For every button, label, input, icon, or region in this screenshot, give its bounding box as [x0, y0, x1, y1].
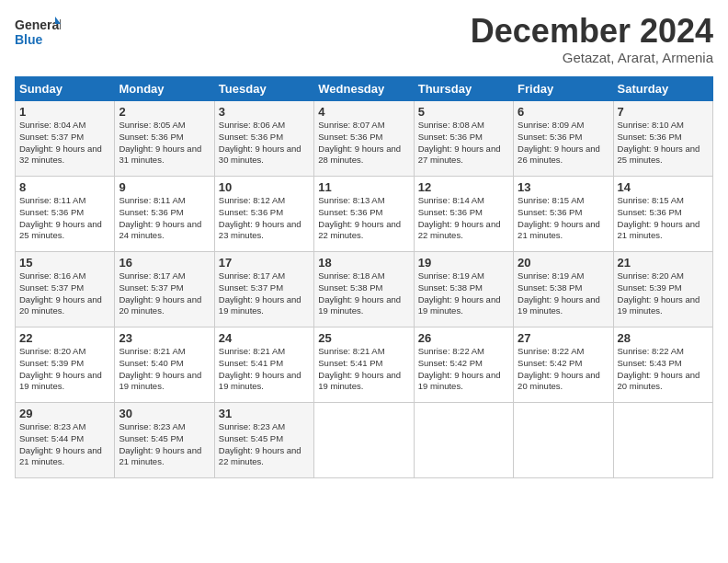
table-row: 1Sunrise: 8:04 AMSunset: 5:37 PMDaylight… — [16, 101, 713, 177]
day-info: Sunrise: 8:18 AMSunset: 5:38 PMDaylight:… — [318, 270, 409, 317]
day-number: 13 — [518, 180, 609, 194]
day-number: 19 — [418, 256, 509, 270]
table-cell: 12Sunrise: 8:14 AMSunset: 5:36 PMDayligh… — [414, 177, 513, 252]
day-info: Sunrise: 8:11 AMSunset: 5:36 PMDaylight:… — [119, 195, 210, 242]
col-friday: Friday — [514, 77, 613, 101]
table-cell: 19Sunrise: 8:19 AMSunset: 5:38 PMDayligh… — [414, 252, 513, 327]
day-info: Sunrise: 8:20 AMSunset: 5:39 PMDaylight:… — [19, 346, 110, 393]
svg-text:General: General — [15, 17, 61, 32]
table-cell: 5Sunrise: 8:08 AMSunset: 5:36 PMDaylight… — [414, 101, 513, 177]
day-info: Sunrise: 8:05 AMSunset: 5:36 PMDaylight:… — [119, 120, 210, 167]
day-number: 25 — [318, 331, 409, 345]
day-info: Sunrise: 8:19 AMSunset: 5:38 PMDaylight:… — [418, 270, 509, 317]
table-cell — [314, 403, 414, 478]
day-number: 2 — [119, 105, 210, 119]
logo-svg: General Blue — [15, 15, 61, 53]
day-number: 12 — [418, 180, 509, 194]
table-cell: 28Sunrise: 8:22 AMSunset: 5:43 PMDayligh… — [613, 327, 712, 403]
day-info: Sunrise: 8:15 AMSunset: 5:36 PMDaylight:… — [618, 195, 709, 242]
day-info: Sunrise: 8:11 AMSunset: 5:36 PMDaylight:… — [19, 195, 110, 242]
day-info: Sunrise: 8:22 AMSunset: 5:43 PMDaylight:… — [618, 346, 709, 393]
table-cell — [514, 403, 613, 478]
day-info: Sunrise: 8:07 AMSunset: 5:36 PMDaylight:… — [318, 120, 409, 167]
table-row: 8Sunrise: 8:11 AMSunset: 5:36 PMDaylight… — [16, 177, 713, 252]
table-cell: 11Sunrise: 8:13 AMSunset: 5:36 PMDayligh… — [314, 177, 414, 252]
table-cell: 20Sunrise: 8:19 AMSunset: 5:38 PMDayligh… — [514, 252, 613, 327]
day-number: 8 — [19, 180, 110, 194]
table-cell — [414, 403, 513, 478]
table-cell: 23Sunrise: 8:21 AMSunset: 5:40 PMDayligh… — [115, 327, 214, 403]
table-row: 22Sunrise: 8:20 AMSunset: 5:39 PMDayligh… — [16, 327, 713, 403]
table-cell: 6Sunrise: 8:09 AMSunset: 5:36 PMDaylight… — [514, 101, 613, 177]
day-number: 20 — [518, 256, 609, 270]
day-number: 28 — [618, 331, 709, 345]
day-info: Sunrise: 8:15 AMSunset: 5:36 PMDaylight:… — [518, 195, 609, 242]
table-row: 15Sunrise: 8:16 AMSunset: 5:37 PMDayligh… — [16, 252, 713, 327]
day-info: Sunrise: 8:08 AMSunset: 5:36 PMDaylight:… — [418, 120, 509, 167]
day-info: Sunrise: 8:21 AMSunset: 5:41 PMDaylight:… — [318, 346, 409, 393]
day-info: Sunrise: 8:21 AMSunset: 5:40 PMDaylight:… — [119, 346, 210, 393]
day-number: 27 — [518, 331, 609, 345]
day-number: 30 — [119, 407, 210, 420]
month-title: December 2024 — [471, 15, 713, 48]
title-block: December 2024 Getazat, Ararat, Armenia — [471, 15, 713, 65]
day-number: 24 — [219, 331, 310, 345]
col-thursday: Thursday — [414, 77, 513, 101]
table-cell: 10Sunrise: 8:12 AMSunset: 5:36 PMDayligh… — [214, 177, 313, 252]
table-cell: 15Sunrise: 8:16 AMSunset: 5:37 PMDayligh… — [16, 252, 115, 327]
day-number: 23 — [119, 331, 210, 345]
calendar-container: General Blue December 2024 Getazat, Arar… — [0, 0, 728, 486]
table-cell: 2Sunrise: 8:05 AMSunset: 5:36 PMDaylight… — [115, 101, 214, 177]
svg-text:Blue: Blue — [15, 32, 43, 47]
day-info: Sunrise: 8:17 AMSunset: 5:37 PMDaylight:… — [219, 270, 310, 317]
table-cell: 14Sunrise: 8:15 AMSunset: 5:36 PMDayligh… — [613, 177, 712, 252]
table-cell: 7Sunrise: 8:10 AMSunset: 5:36 PMDaylight… — [613, 101, 712, 177]
table-cell: 27Sunrise: 8:22 AMSunset: 5:42 PMDayligh… — [514, 327, 613, 403]
day-number: 14 — [618, 180, 709, 194]
col-sunday: Sunday — [16, 77, 115, 101]
table-cell: 31Sunrise: 8:23 AMSunset: 5:45 PMDayligh… — [214, 403, 313, 478]
table-cell: 22Sunrise: 8:20 AMSunset: 5:39 PMDayligh… — [16, 327, 115, 403]
table-cell: 17Sunrise: 8:17 AMSunset: 5:37 PMDayligh… — [214, 252, 313, 327]
day-number: 16 — [119, 256, 210, 270]
table-cell: 21Sunrise: 8:20 AMSunset: 5:39 PMDayligh… — [613, 252, 712, 327]
col-monday: Monday — [115, 77, 214, 101]
day-info: Sunrise: 8:20 AMSunset: 5:39 PMDaylight:… — [618, 270, 709, 317]
header-row: Sunday Monday Tuesday Wednesday Thursday… — [16, 77, 713, 101]
table-cell: 29Sunrise: 8:23 AMSunset: 5:44 PMDayligh… — [16, 403, 115, 478]
day-number: 29 — [19, 407, 110, 420]
day-info: Sunrise: 8:23 AMSunset: 5:45 PMDaylight:… — [219, 421, 310, 468]
table-cell: 16Sunrise: 8:17 AMSunset: 5:37 PMDayligh… — [115, 252, 214, 327]
day-info: Sunrise: 8:06 AMSunset: 5:36 PMDaylight:… — [219, 120, 310, 167]
table-cell: 9Sunrise: 8:11 AMSunset: 5:36 PMDaylight… — [115, 177, 214, 252]
col-saturday: Saturday — [613, 77, 712, 101]
day-number: 15 — [19, 256, 110, 270]
day-info: Sunrise: 8:16 AMSunset: 5:37 PMDaylight:… — [19, 270, 110, 317]
day-number: 21 — [618, 256, 709, 270]
table-cell: 4Sunrise: 8:07 AMSunset: 5:36 PMDaylight… — [314, 101, 414, 177]
logo: General Blue — [15, 15, 61, 53]
day-number: 1 — [19, 105, 110, 119]
day-info: Sunrise: 8:23 AMSunset: 5:44 PMDaylight:… — [19, 421, 110, 468]
table-cell: 8Sunrise: 8:11 AMSunset: 5:36 PMDaylight… — [16, 177, 115, 252]
subtitle: Getazat, Ararat, Armenia — [471, 50, 713, 65]
day-number: 9 — [119, 180, 210, 194]
day-info: Sunrise: 8:13 AMSunset: 5:36 PMDaylight:… — [318, 195, 409, 242]
day-info: Sunrise: 8:09 AMSunset: 5:36 PMDaylight:… — [518, 120, 609, 167]
table-cell: 18Sunrise: 8:18 AMSunset: 5:38 PMDayligh… — [314, 252, 414, 327]
table-row: 29Sunrise: 8:23 AMSunset: 5:44 PMDayligh… — [16, 403, 713, 478]
day-number: 26 — [418, 331, 509, 345]
col-wednesday: Wednesday — [314, 77, 414, 101]
table-cell: 30Sunrise: 8:23 AMSunset: 5:45 PMDayligh… — [115, 403, 214, 478]
day-number: 5 — [418, 105, 509, 119]
day-info: Sunrise: 8:21 AMSunset: 5:41 PMDaylight:… — [219, 346, 310, 393]
table-cell: 25Sunrise: 8:21 AMSunset: 5:41 PMDayligh… — [314, 327, 414, 403]
day-info: Sunrise: 8:17 AMSunset: 5:37 PMDaylight:… — [119, 270, 210, 317]
table-cell: 13Sunrise: 8:15 AMSunset: 5:36 PMDayligh… — [514, 177, 613, 252]
day-number: 7 — [618, 105, 709, 119]
day-info: Sunrise: 8:04 AMSunset: 5:37 PMDaylight:… — [19, 120, 110, 167]
day-number: 3 — [219, 105, 310, 119]
day-number: 18 — [318, 256, 409, 270]
day-number: 10 — [219, 180, 310, 194]
day-number: 22 — [19, 331, 110, 345]
